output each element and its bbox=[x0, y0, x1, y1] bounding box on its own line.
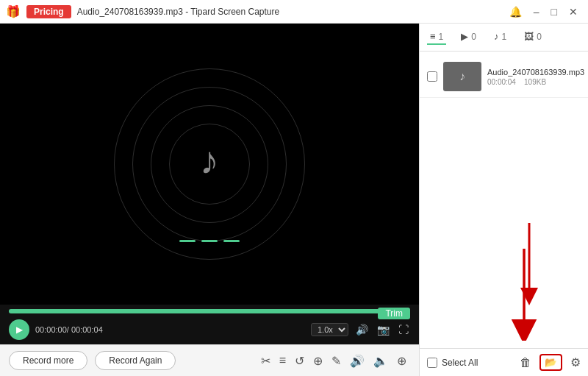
volume-icon-btn[interactable]: 🔊 bbox=[354, 322, 370, 337]
tab-bar: ≡ 1 ▶ 0 ♪ 1 🖼 0 bbox=[420, 24, 588, 52]
progress-area: Trim bbox=[0, 305, 419, 316]
record-more-button[interactable]: Record more bbox=[9, 351, 87, 370]
media-display-area: ♪ bbox=[0, 24, 419, 305]
tab-audio[interactable]: ♪ 1 bbox=[491, 29, 509, 45]
dash-1 bbox=[179, 240, 196, 242]
tab-list[interactable]: ≡ 1 bbox=[427, 29, 446, 45]
music-visual: ♪ bbox=[114, 68, 305, 260]
gift-icon: 🎁 bbox=[6, 4, 21, 18]
camera-icon-btn[interactable]: 📷 bbox=[376, 322, 391, 337]
tab-image-count: 0 bbox=[537, 32, 542, 42]
progress-track[interactable] bbox=[9, 309, 410, 313]
music-note-icon: ♪ bbox=[200, 141, 219, 180]
maximize-button[interactable]: □ bbox=[547, 4, 562, 19]
pricing-button[interactable]: Pricing bbox=[26, 5, 71, 18]
file-thumbnail: ♪ bbox=[443, 62, 481, 91]
thumb-music-icon: ♪ bbox=[459, 70, 465, 83]
right-panel: ≡ 1 ▶ 0 ♪ 1 🖼 0 ♪ bbox=[419, 24, 588, 376]
file-list: ♪ Audio_240708163939.mp3 00:00:04 109KB bbox=[420, 52, 588, 348]
title-bar-controls: 🔔 – □ ✕ bbox=[505, 4, 582, 19]
title-bar-left: 🎁 Pricing Audio_240708163939.mp3 - Tipar… bbox=[6, 4, 279, 18]
bottom-icons-row: ✂ ≡ ↺ ⊕ ✎ 🔊 🔈 ⊕ bbox=[257, 351, 410, 370]
dashes-decoration bbox=[179, 240, 240, 242]
play-button[interactable]: ▶ bbox=[9, 319, 29, 340]
file-meta: 00:00:04 109KB bbox=[487, 78, 584, 86]
dash-2 bbox=[201, 240, 218, 242]
folder-open-icon-btn[interactable]: 📂 bbox=[539, 354, 562, 371]
select-all-checkbox[interactable] bbox=[427, 358, 437, 368]
playback-controls: ▶ 00:00:00/ 00:00:04 1.0x 0.5x 1.5x 2.0x… bbox=[0, 316, 419, 344]
close-button[interactable]: ✕ bbox=[564, 4, 582, 19]
copy-icon-btn[interactable]: ⊕ bbox=[309, 352, 326, 370]
list-icon: ≡ bbox=[430, 31, 436, 42]
tab-audio-count: 1 bbox=[501, 32, 506, 42]
tab-video-count: 0 bbox=[471, 32, 476, 42]
video-icon: ▶ bbox=[461, 31, 468, 42]
dash-3 bbox=[223, 240, 240, 242]
title-bar: 🎁 Pricing Audio_240708163939.mp3 - Tipar… bbox=[0, 0, 588, 24]
minimize-button[interactable]: – bbox=[529, 4, 544, 19]
export-icon-btn[interactable]: ⚙ bbox=[567, 353, 584, 372]
cut-icon-btn[interactable]: ✂ bbox=[257, 352, 274, 370]
tab-image[interactable]: 🖼 0 bbox=[521, 29, 545, 45]
tab-list-count: 1 bbox=[439, 32, 444, 42]
image-icon: 🖼 bbox=[524, 31, 534, 42]
fullscreen-icon-btn[interactable]: ⛶ bbox=[397, 322, 410, 337]
speed-select[interactable]: 1.0x 0.5x 1.5x 2.0x bbox=[311, 323, 348, 336]
file-duration: 00:00:04 bbox=[487, 78, 516, 86]
mute-icon-btn[interactable]: 🔈 bbox=[370, 352, 392, 370]
bell-icon-btn[interactable]: 🔔 bbox=[505, 4, 526, 19]
file-info: Audio_240708163939.mp3 00:00:04 109KB bbox=[487, 68, 584, 86]
refresh-icon-btn[interactable]: ↺ bbox=[291, 352, 308, 370]
spacer bbox=[183, 351, 249, 370]
file-list-item[interactable]: ♪ Audio_240708163939.mp3 00:00:04 109KB bbox=[420, 56, 588, 98]
window-title: Audio_240708163939.mp3 - Tipard Screen C… bbox=[77, 7, 280, 17]
progress-row: Trim bbox=[9, 309, 410, 313]
volume2-icon-btn[interactable]: 🔊 bbox=[346, 352, 368, 370]
select-all-label: Select All bbox=[442, 358, 478, 368]
delete-icon-btn[interactable]: 🗑 bbox=[516, 354, 535, 372]
edit-icon-btn[interactable]: ✎ bbox=[328, 352, 345, 370]
record-again-button[interactable]: Record Again bbox=[95, 351, 176, 370]
bottom-buttons-area: Record more Record Again ✂ ≡ ↺ ⊕ ✎ 🔊 🔈 ⊕ bbox=[0, 344, 419, 376]
trim-button[interactable]: Trim bbox=[378, 308, 410, 319]
more-icon-btn[interactable]: ⊕ bbox=[393, 352, 410, 370]
tab-video[interactable]: ▶ 0 bbox=[458, 29, 479, 45]
time-display: 00:00:00/ 00:00:04 bbox=[35, 325, 103, 334]
right-bottom-toolbar: Select All 🗑 📂 ⚙ bbox=[420, 348, 588, 376]
file-name: Audio_240708163939.mp3 bbox=[487, 68, 584, 77]
thumb-inner: ♪ bbox=[443, 62, 481, 91]
file-size: 109KB bbox=[524, 78, 546, 86]
audio-icon: ♪ bbox=[494, 31, 499, 42]
folder-icon: 📂 bbox=[545, 357, 557, 368]
main-layout: ♪ Trim ▶ 00:00:00/ 00:00:04 1.0x bbox=[0, 24, 588, 376]
progress-fill bbox=[9, 309, 402, 313]
menu-icon-btn[interactable]: ≡ bbox=[276, 352, 290, 369]
left-panel: ♪ Trim ▶ 00:00:00/ 00:00:04 1.0x bbox=[0, 24, 419, 376]
file-checkbox[interactable] bbox=[427, 71, 437, 82]
